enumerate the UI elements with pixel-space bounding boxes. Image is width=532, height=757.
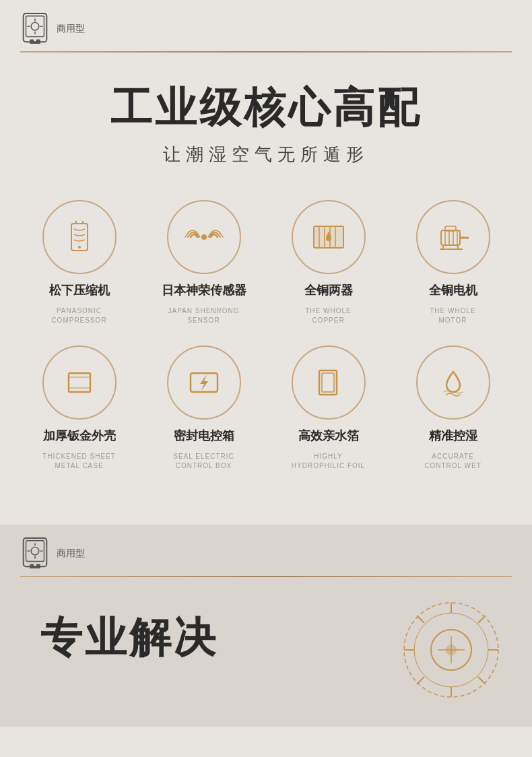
svg-point-11 [78, 246, 81, 249]
svg-line-55 [478, 677, 486, 684]
foil-circle [292, 345, 366, 420]
features-grid: 松下压缩机 PANASONICCOMPRESSOR 日本神荣传感器 JAPAN … [0, 166, 532, 484]
feature-case: 加厚钣金外壳 THICKENED SHEETMETAL CASE [20, 345, 138, 471]
product-label-2: 商用型 [57, 548, 85, 560]
motor-icon [433, 217, 473, 257]
compressor-circle [42, 200, 117, 274]
svg-point-60 [446, 645, 457, 655]
copper-en: THE WHOLECOPPER [305, 306, 351, 325]
case-en: THICKENED SHEETMETAL CASE [42, 452, 116, 471]
foil-icon [308, 362, 349, 403]
motor-cn: 全铜电机 [429, 282, 477, 298]
sensor-cn: 日本神荣传感器 [162, 282, 246, 298]
svg-point-5 [31, 22, 39, 30]
case-icon [59, 362, 100, 403]
svg-rect-41 [30, 566, 40, 568]
feature-foil: 高效亲水箔 HIGHLYHYDROPHILIC FOIL [269, 345, 387, 471]
humidity-icon [433, 362, 473, 403]
gear-decoration [391, 589, 512, 711]
product-icon-2 [20, 537, 50, 570]
humidity-circle [416, 345, 490, 420]
controlbox-cn: 密封电控箱 [174, 428, 234, 444]
controlbox-circle [167, 345, 241, 420]
svg-line-57 [417, 677, 424, 684]
section2-header: 商用型 [0, 525, 532, 570]
compressor-en: PANASONICCOMPRESSOR [51, 306, 106, 325]
foil-cn: 高效亲水箔 [298, 428, 359, 444]
sensor-circle [167, 200, 241, 274]
svg-line-54 [417, 616, 424, 623]
case-cn: 加厚钣金外壳 [43, 428, 116, 444]
svg-rect-0 [24, 13, 47, 42]
copper-icon [308, 217, 349, 257]
compressor-icon [59, 217, 100, 257]
feature-humidity: 精准控湿 ACCURATECONTROL WET [394, 345, 512, 471]
copper-cn: 全铜两器 [304, 282, 353, 298]
svg-point-14 [201, 234, 207, 240]
svg-point-42 [31, 547, 39, 555]
controlbox-en: SEAL ELECTRICCONTROL BOX [173, 452, 234, 471]
sensor-en: JAPAN SHENRONGSENSOR [168, 306, 239, 325]
foil-en: HIGHLYHYDROPHILIC FOIL [292, 452, 365, 471]
copper-circle [292, 200, 366, 274]
section2: 商用型 专业解决 [0, 525, 532, 727]
divider2 [20, 576, 512, 577]
sensor-icon [184, 217, 224, 257]
feature-controlbox: 密封电控箱 SEAL ELECTRICCONTROL BOX [145, 345, 263, 471]
product-icon [20, 12, 50, 46]
motor-en: THE WHOLEMOTOR [430, 306, 475, 325]
section1-header: 商用型 [0, 0, 532, 46]
svg-rect-31 [69, 373, 90, 392]
compressor-cn: 松下压缩机 [49, 282, 110, 298]
controlbox-icon [184, 362, 224, 403]
section2-content: 专业解决 [0, 583, 532, 713]
feature-motor: 全铜电机 THE WHOLEMOTOR [394, 200, 512, 325]
section1: 商用型 工业级核心高配 让潮湿空气无所遁形 松下压缩机 PANASONICCOM… [0, 0, 532, 525]
svg-line-56 [478, 616, 486, 623]
svg-rect-4 [30, 42, 40, 44]
motor-circle [416, 200, 490, 274]
product-label: 商用型 [57, 23, 85, 35]
sub-title: 让潮湿空气无所遁形 [0, 143, 532, 166]
svg-rect-36 [322, 373, 334, 392]
svg-rect-37 [24, 538, 47, 566]
humidity-en: ACCURATECONTROL WET [424, 452, 481, 471]
humidity-cn: 精准控湿 [429, 428, 477, 444]
section2-title: 专业解决 [20, 583, 238, 673]
feature-compressor: 松下压缩机 PANASONICCOMPRESSOR [20, 200, 138, 325]
feature-copper: 全铜两器 THE WHOLECOPPER [269, 200, 387, 325]
divider1 [20, 51, 512, 53]
feature-sensor: 日本神荣传感器 JAPAN SHENRONGSENSOR [145, 200, 263, 325]
main-title: 工业级核心高配 [0, 79, 532, 136]
case-circle [42, 345, 117, 420]
